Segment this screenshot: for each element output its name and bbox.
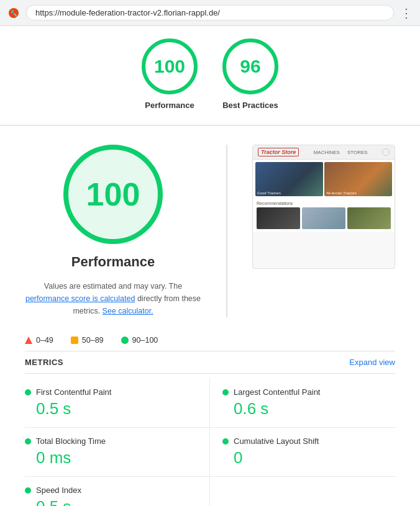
metric-lcp-row: Largest Contentful Paint (222, 387, 395, 397)
scores-section: 100 Performance 96 Best Practices (0, 26, 420, 126)
browser-icon: 🔧 (7, 7, 20, 19)
metric-tbt-row: Total Blocking Time (25, 436, 197, 446)
site-screenshot: Tractor Store MACHINES STORES Good Tract… (252, 145, 395, 269)
vertical-divider (226, 145, 227, 317)
red-range: 0–49 (36, 336, 53, 345)
metric-lcp-dot (222, 389, 229, 395)
score-description: Values are estimated and may vary. The p… (25, 280, 201, 317)
performance-calc-link[interactable]: performance score is calculated (25, 294, 135, 303)
legend-orange: 50–89 (71, 336, 104, 345)
screenshot-grid: Good Tractors All-terrain Tractors (253, 160, 395, 199)
best-practices-value: 96 (240, 56, 260, 77)
browser-menu-icon[interactable]: ⋮ (400, 6, 413, 20)
metric-si-dot (25, 487, 31, 494)
img-block-2: All-terrain Tractors (324, 162, 392, 196)
metric-si-name: Speed Index (36, 486, 81, 495)
recommendations-title: Recommendations (257, 201, 391, 206)
metric-cls-name: Cumulative Layout Shift (234, 436, 319, 446)
red-indicator (25, 337, 32, 344)
green-range: 90–100 (132, 336, 158, 345)
metric-fcp-row: First Contentful Paint (25, 387, 197, 397)
img-label-2: All-terrain Tractors (326, 191, 357, 195)
screenshot-cards (257, 207, 391, 229)
big-score-title: Performance (71, 254, 155, 270)
metrics-grid: First Contentful Paint 0.5 s Largest Con… (25, 379, 395, 506)
screenshot-image-area: Good Tractors All-terrain Tractors Recom… (253, 160, 395, 232)
metric-lcp-name: Largest Contentful Paint (234, 387, 320, 397)
green-indicator (121, 337, 129, 344)
performance-value: 100 (154, 56, 185, 77)
card-1 (257, 207, 300, 229)
screenshot-header: Tractor Store MACHINES STORES (253, 145, 395, 160)
best-practices-label: Best Practices (222, 101, 278, 110)
url-bar[interactable]: https://module-federation-tractor-v2.flo… (26, 5, 394, 20)
metric-fcp: First Contentful Paint 0.5 s (25, 379, 210, 428)
metric-cls-dot (222, 438, 229, 445)
legend-green: 90–100 (121, 336, 158, 345)
card-3 (347, 207, 391, 229)
metric-si: Speed Index 0.5 s (25, 477, 210, 506)
metric-tbt-value: 0 ms (25, 448, 197, 468)
orange-indicator (71, 337, 78, 344)
performance-score: 100 Performance (142, 38, 198, 110)
metric-si-row: Speed Index (25, 486, 197, 495)
metric-fcp-dot (25, 389, 31, 395)
metric-fcp-name: First Contentful Paint (36, 387, 111, 397)
screenshot-recommendations: Recommendations (253, 199, 395, 232)
metric-tbt-dot (25, 438, 31, 445)
metric-cls: Cumulative Layout Shift 0 (210, 428, 395, 477)
score-legend: 0–49 50–89 90–100 (25, 336, 395, 345)
metric-tbt: Total Blocking Time 0 ms (25, 428, 210, 477)
screenshot-logo: Tractor Store (258, 148, 299, 156)
orange-range: 50–89 (82, 336, 104, 345)
metric-si-value: 0.5 s (25, 497, 197, 506)
metrics-title: METRICS (25, 358, 63, 367)
description-text: Values are estimated and may vary. The (44, 282, 182, 291)
metric-fcp-value: 0.5 s (25, 399, 197, 418)
metric-tbt-name: Total Blocking Time (36, 436, 106, 446)
performance-circle: 100 (142, 38, 198, 94)
expand-view-button[interactable]: Expand view (349, 358, 395, 367)
best-practices-score: 96 Best Practices (222, 38, 278, 110)
big-score-value: 100 (86, 176, 140, 213)
metric-lcp-value: 0.6 s (222, 399, 395, 418)
nav-stores: STORES (347, 150, 368, 155)
browser-bar: 🔧 https://module-federation-tractor-v2.f… (0, 0, 420, 26)
metrics-header: METRICS Expand view (25, 351, 395, 374)
main-content: 100 Performance Values are estimated and… (0, 126, 420, 506)
nav-machines: MACHINES (314, 150, 340, 155)
img-block-1: Good Tractors (255, 162, 323, 196)
best-practices-circle: 96 (222, 38, 278, 94)
screenshot-nav: MACHINES STORES (314, 150, 368, 155)
calculator-link[interactable]: See calculator. (103, 307, 153, 315)
screenshot-control (382, 148, 390, 156)
metric-cls-row: Cumulative Layout Shift (222, 436, 395, 446)
big-score-circle: 100 (63, 145, 163, 244)
svg-text:🔧: 🔧 (10, 9, 18, 17)
performance-label: Performance (142, 101, 198, 110)
big-score-left: 100 Performance Values are estimated and… (25, 145, 201, 317)
legend-red: 0–49 (25, 336, 53, 345)
big-score-row: 100 Performance Values are estimated and… (25, 145, 395, 317)
card-2 (302, 207, 345, 229)
metric-cls-value: 0 (222, 448, 395, 468)
img-label-1: Good Tractors (257, 191, 281, 195)
metric-lcp: Largest Contentful Paint 0.6 s (210, 379, 395, 428)
